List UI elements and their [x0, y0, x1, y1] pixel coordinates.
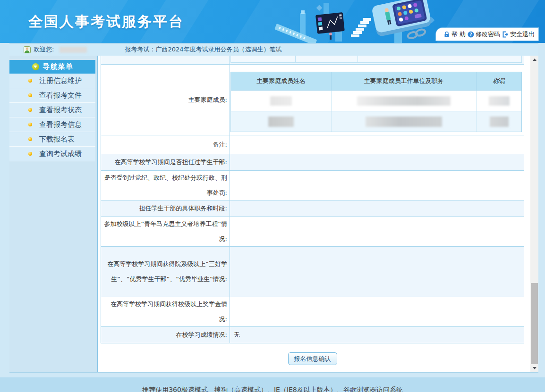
row-value — [230, 135, 524, 154]
sidebar-item-label: 查看报考信息 — [39, 120, 82, 129]
table-row-student-cadre: 在高等学校学习期间是否担任过学生干部: — [101, 154, 524, 171]
confirm-registration-button[interactable]: 报名信息确认 — [288, 352, 337, 365]
family-table-header: 主要家庭成员姓名 主要家庭成员工作单位及职务 称谓 — [231, 72, 521, 90]
svg-text:?: ? — [469, 32, 472, 37]
family-members-table: 主要家庭成员姓名 主要家庭成员工作单位及职务 称谓 — [230, 72, 522, 132]
redacted-workunit — [366, 117, 442, 127]
logout-icon — [502, 31, 509, 38]
redacted-name — [270, 96, 292, 106]
bullet-icon — [28, 123, 32, 126]
family-table-row — [231, 90, 521, 111]
redacted-username — [60, 47, 87, 53]
table-row-honors: 在高等学校学习期间获得院系级以上“三好学生”、“优秀学生干部”、“优秀毕业生”情… — [101, 247, 524, 297]
table-row-family-members: 主要家庭成员: 主要家庭成员姓名 主要家庭成员工作单位及职务 称谓 — [101, 65, 524, 135]
utility-links: 帮 助 ? 修改密码 安全退出 — [436, 28, 538, 41]
row-label: 在校学习成绩情况: — [101, 327, 230, 343]
sidebar-item-label: 下载报名表 — [39, 135, 75, 144]
page-title: 全国人事考试服务平台 — [28, 12, 184, 32]
col-header-relation: 称谓 — [477, 72, 521, 90]
scrollbar-thumb[interactable] — [531, 283, 538, 364]
row-value: 无 — [230, 327, 524, 343]
triangle-down-icon — [533, 367, 536, 369]
table-row-cadre-position-period: 担任学生干部的具体职务和时段: — [101, 200, 524, 217]
bullet-icon — [28, 93, 32, 97]
change-password-link[interactable]: ? 修改密码 — [468, 30, 500, 39]
redacted-workunit — [357, 96, 451, 106]
sidebar-item-register-info[interactable]: 注册信息维护 — [9, 74, 95, 88]
exam-title: 报考考试：广西2024年度考试录用公务员（选调生）笔试 — [125, 45, 281, 54]
button-row: 报名信息确认 — [101, 343, 524, 365]
logout-link[interactable]: 安全退出 — [502, 30, 535, 39]
row-value — [230, 154, 524, 170]
sidebar-item-exam-scores[interactable]: 查询考试成绩 — [9, 147, 95, 161]
question-icon: ? — [468, 31, 474, 38]
main-content: 主要家庭成员: 主要家庭成员姓名 主要家庭成员工作单位及职务 称谓 — [98, 56, 530, 372]
logout-label: 安全退出 — [510, 30, 535, 39]
page-footer: 推荐使用360极速模式、搜狗（高速模式）、IE（IE8及以上版本）、谷歌浏览器访… — [0, 377, 545, 392]
sidebar-item-download-form[interactable]: 下载报名表 — [9, 132, 95, 147]
row-value — [230, 171, 524, 200]
row-label: 参加校级以上“青年马克思主义者培养工程”情况: — [101, 217, 230, 246]
table-row-partial — [101, 56, 524, 65]
sidebar-item-label: 注册信息维护 — [39, 76, 82, 85]
table-row-scholarship: 在高等学校学习期间获得校级以上奖学金情况: — [101, 297, 524, 327]
partial-inner-table — [230, 56, 522, 63]
app-header: 全国人事考试服务平台 — [0, 0, 545, 43]
table-row-marxism-program: 参加校级以上“青年马克思主义者培养工程”情况: — [101, 217, 524, 247]
browser-recommendation: 推荐使用360极速模式、搜狗（高速模式）、IE（IE8及以上版本）、谷歌浏览器访… — [0, 386, 545, 392]
sidebar-item-exam-info[interactable]: 查看报考信息 — [9, 117, 95, 132]
nav-menu-title: 导航菜单 — [43, 62, 73, 71]
sidebar-item-exam-files[interactable]: 查看报考文件 — [9, 88, 95, 103]
lock-icon — [443, 31, 450, 38]
bullet-icon — [28, 137, 32, 141]
row-label: 在高等学校学习期间获得校级以上奖学金情况: — [101, 297, 230, 326]
bullet-icon — [28, 108, 32, 112]
row-label: 主要家庭成员: — [101, 65, 230, 135]
bullet-icon — [28, 152, 32, 156]
row-label: 备注: — [101, 135, 230, 154]
row-value — [230, 217, 524, 246]
table-row-academic-record: 在校学习成绩情况: 无 — [101, 327, 524, 343]
sidebar-item-exam-status[interactable]: 查看报考状态 — [9, 103, 95, 117]
welcome-greeting: 欢迎您: — [34, 45, 54, 54]
row-value — [230, 247, 524, 297]
chevron-down-icon — [32, 63, 39, 70]
row-label: 是否受到过党纪、政纪、校纪处分或行政、刑事处罚: — [101, 171, 230, 200]
table-row-remarks: 备注: — [101, 135, 524, 154]
scroll-down-button[interactable] — [530, 364, 538, 372]
family-table-row — [231, 111, 521, 132]
col-header-workunit: 主要家庭成员工作单位及职务 — [332, 72, 477, 90]
sidebar-item-label: 查看报考文件 — [39, 91, 82, 100]
vertical-scrollbar[interactable] — [530, 56, 538, 372]
registration-info-table: 主要家庭成员: 主要家庭成员姓名 主要家庭成员工作单位及职务 称谓 — [101, 56, 524, 343]
row-label: 在高等学校学习期间是否担任过学生干部: — [101, 154, 230, 170]
user-avatar-icon — [24, 46, 31, 53]
nav-menu-header[interactable]: 导航菜单 — [9, 60, 95, 74]
table-row-discipline-punishment: 是否受到过党纪、政纪、校纪处分或行政、刑事处罚: — [101, 171, 524, 200]
row-label: 在高等学校学习期间获得院系级以上“三好学生”、“优秀学生干部”、“优秀毕业生”情… — [101, 247, 230, 297]
redacted-name — [268, 117, 294, 127]
col-header-name: 主要家庭成员姓名 — [231, 72, 332, 90]
welcome-bar: 欢迎您: 报考考试：广西2024年度考试录用公务员（选调生）笔试 — [9, 43, 538, 56]
help-label: 帮 助 — [451, 30, 466, 39]
sidebar-item-label: 查询考试成绩 — [39, 150, 82, 158]
change-password-label: 修改密码 — [476, 30, 500, 39]
row-value — [230, 200, 524, 217]
help-link[interactable]: 帮 助 — [443, 30, 466, 39]
scroll-up-button[interactable] — [530, 56, 538, 64]
row-label: 担任学生干部的具体职务和时段: — [101, 200, 230, 217]
row-value — [230, 297, 524, 326]
sidebar: 导航菜单 注册信息维护 查看报考文件 查看报考状态 查看报考信息 下载报名表 — [9, 56, 98, 372]
content-shell: 欢迎您: 报考考试：广西2024年度考试录用公务员（选调生）笔试 导航菜单 注册… — [9, 43, 538, 373]
header-illustration — [274, 0, 444, 43]
triangle-up-icon — [533, 58, 536, 61]
sidebar-item-label: 查看报考状态 — [39, 106, 82, 115]
redacted-relation — [489, 96, 510, 106]
bullet-icon — [28, 79, 32, 83]
redacted-relation — [490, 117, 509, 127]
